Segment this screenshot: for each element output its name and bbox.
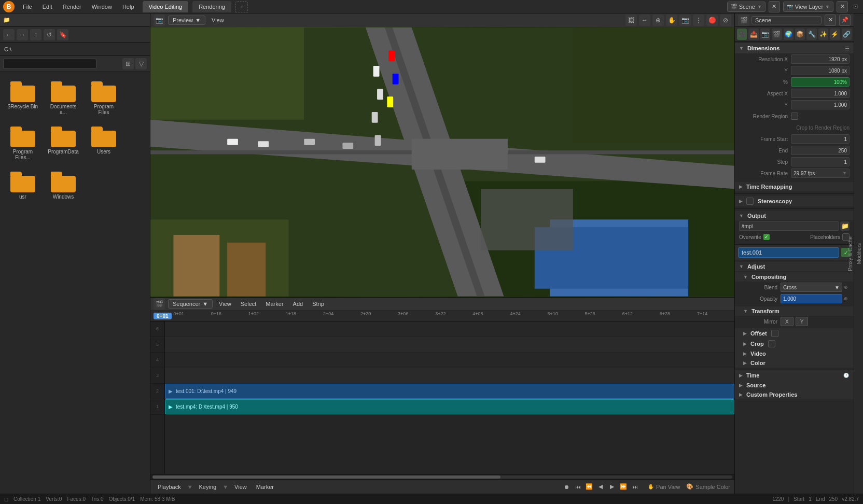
sample-color-label[interactable]: Sample Color (695, 484, 730, 490)
time-clock-icon[interactable]: 🕐 (842, 372, 850, 379)
frame-rate-dropdown[interactable]: ▼ (842, 171, 847, 176)
view-layer-selector[interactable]: 📷 View Layer ▼ (783, 2, 833, 12)
world-icon[interactable]: 🌍 (784, 29, 794, 40)
constraints-icon[interactable]: 🔗 (842, 29, 852, 40)
fullscreen-btn[interactable]: ⊡ (851, 2, 860, 11)
file-item[interactable]: Windows (46, 167, 81, 202)
preview-render-btn[interactable]: 🖼 (625, 15, 637, 26)
props-scene-selector[interactable]: Scene (751, 16, 822, 24)
render-icon[interactable]: 🎥 (737, 29, 747, 40)
file-item[interactable]: $Recycle.Bin (5, 77, 40, 117)
props-scene-icon[interactable]: 🎬 (738, 15, 749, 26)
frame-rate-value[interactable]: 29.97 fps ▼ (791, 169, 850, 178)
preview-settings-btn[interactable]: ⋮ (693, 15, 704, 26)
file-item[interactable]: Program Files (86, 77, 121, 117)
stereoscopy-header[interactable]: ▶ Stereoscopy (735, 196, 854, 206)
scene-icon[interactable]: 🎬 (772, 29, 782, 40)
menu-edit[interactable]: Edit (38, 1, 57, 12)
output-path-value[interactable]: /tmp\ (739, 221, 839, 231)
overwrite-checkbox[interactable]: ✓ (763, 234, 770, 240)
app-logo[interactable]: B (3, 1, 15, 12)
workspace-video-editing[interactable]: Video Editing (143, 1, 189, 12)
nav-forward-btn[interactable]: → (17, 29, 28, 40)
render-region-checkbox[interactable] (791, 113, 798, 120)
sequencer-dropdown[interactable]: Sequencer ▼ (168, 299, 213, 309)
preview-hand-btn[interactable]: ✋ (666, 15, 677, 26)
sequencer-mode-icon[interactable]: 🎬 (154, 298, 165, 310)
add-workspace-btn[interactable]: + (235, 1, 248, 12)
nav-refresh-btn[interactable]: ↺ (44, 29, 55, 40)
play-btn[interactable]: ▶ (607, 482, 617, 492)
file-item[interactable]: Documents a... (46, 77, 81, 117)
physics-icon[interactable]: ⚡ (830, 29, 840, 40)
opacity-extra-btn[interactable]: ⊕ (842, 295, 850, 302)
source-header[interactable]: ▶ Source (735, 381, 854, 390)
nav-up-btn[interactable]: ↑ (30, 29, 41, 40)
jump-start-btn[interactable]: ⏮ (573, 482, 582, 492)
preview-record-btn[interactable]: 🔴 (706, 15, 718, 26)
file-item[interactable]: ProgramData (46, 122, 81, 162)
crop-checkbox[interactable] (768, 340, 775, 347)
proxy-cache-tab[interactable]: Proxy & Cache (846, 234, 854, 273)
jump-end-btn[interactable]: ⏭ (630, 482, 639, 492)
view-layer-close-btn[interactable]: ✕ (837, 1, 848, 12)
strip-blue[interactable]: ▶ test.001: D:\test.mp4 | 949 (165, 384, 734, 399)
preview-dropdown[interactable]: Preview ▼ (168, 16, 205, 25)
aspect-y-value[interactable]: 1.000 (791, 100, 850, 109)
output-icon[interactable]: 📤 (748, 29, 758, 40)
crop-header[interactable]: ▶ Crop (735, 339, 854, 349)
step-back-btn[interactable]: ◀ (596, 482, 605, 492)
view-toggle-btn[interactable]: ⊞ (122, 58, 134, 69)
filter-btn[interactable]: ▽ (135, 58, 147, 69)
props-scene-close[interactable]: ✕ (825, 15, 836, 26)
time-header[interactable]: ▶ Time 🕐 (735, 370, 854, 381)
color-header[interactable]: ▶ Color (735, 358, 854, 368)
custom-props-header[interactable]: ▶ Custom Properties (735, 390, 854, 399)
pan-view-label[interactable]: Pan View (656, 484, 680, 490)
blend-extra-btn[interactable]: ⊕ (842, 284, 850, 291)
adjust-header[interactable]: ▼ Adjust (735, 262, 854, 271)
seq-view-menu[interactable]: View (216, 300, 234, 308)
preview-vr-btn[interactable]: ⊘ (720, 15, 731, 26)
breadcrumb-path[interactable]: C:\ (4, 46, 11, 52)
props-pin-btn[interactable]: 📌 (839, 15, 851, 26)
frame-step-value[interactable]: 1 (791, 157, 850, 166)
time-remapping-header[interactable]: ▶ Time Remapping (735, 182, 854, 191)
nav-bookmark-btn[interactable]: 🔖 (57, 29, 68, 40)
particles-icon[interactable]: ✨ (818, 29, 828, 40)
record-btn[interactable]: ⏺ (562, 482, 571, 492)
res-y-value[interactable]: 1080 px (791, 66, 850, 75)
scrollbar-thumb[interactable] (152, 475, 500, 479)
res-x-value[interactable]: 1920 px (791, 54, 850, 64)
stereo-checkbox[interactable] (746, 198, 754, 205)
view-layer-icon[interactable]: 📷 (760, 29, 770, 40)
dimensions-header[interactable]: ▼ Dimensions ☰ (735, 43, 854, 53)
file-item[interactable]: Users (86, 122, 121, 162)
seq-add-menu[interactable]: Add (290, 300, 307, 308)
video-header[interactable]: ▶ Video (735, 349, 854, 358)
offset-header[interactable]: ▶ Offset (735, 328, 854, 339)
dim-options-icon[interactable]: ☰ (845, 46, 850, 51)
seq-scrollbar[interactable] (150, 474, 734, 479)
mirror-x-btn[interactable]: X (781, 317, 794, 326)
mirror-y-btn[interactable]: Y (796, 317, 809, 326)
compositing-header[interactable]: ▼ Compositing (735, 272, 854, 282)
keying-menu[interactable]: Keying (196, 483, 220, 491)
seq-strip-menu[interactable]: Strip (309, 300, 327, 308)
menu-window[interactable]: Window (88, 1, 116, 12)
marker-menu[interactable]: Marker (253, 483, 277, 491)
preview-mode-icon[interactable]: 📷 (154, 15, 165, 26)
view-menu[interactable]: View (231, 483, 250, 491)
strip-name-input[interactable]: test.001 (738, 247, 839, 258)
seq-marker-menu[interactable]: Marker (262, 300, 286, 308)
menu-render[interactable]: Render (59, 1, 86, 12)
frame-end-value[interactable]: 250 (791, 146, 850, 155)
strip-teal[interactable]: ▶ test.mp4: D:\test.mp4 | 950 (165, 399, 734, 414)
jump-back-btn[interactable]: ⏪ (584, 482, 594, 492)
seq-select-menu[interactable]: Select (238, 300, 260, 308)
scene-selector[interactable]: 🎬 Scene ▼ (727, 2, 765, 12)
scene-close-btn[interactable]: ✕ (769, 1, 780, 12)
frame-start-value[interactable]: 1 (791, 134, 850, 144)
playback-menu[interactable]: Playback (155, 483, 184, 491)
res-pct-value[interactable]: 100% (791, 77, 850, 87)
